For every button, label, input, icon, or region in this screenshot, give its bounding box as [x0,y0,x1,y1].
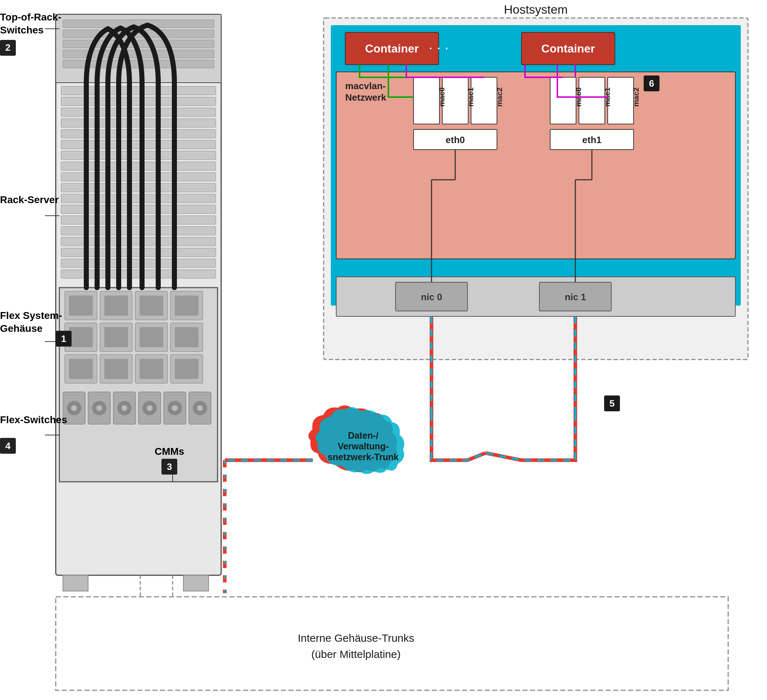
svg-rect-69 [183,575,208,591]
svg-rect-37 [170,355,203,383]
svg-rect-44 [140,327,163,347]
svg-rect-23 [61,259,216,267]
svg-text:mac2: mac2 [495,88,503,107]
svg-rect-32 [135,323,167,352]
svg-rect-29 [170,291,203,320]
svg-point-62 [71,405,77,411]
svg-rect-10 [61,119,216,127]
svg-text:Netzwerk: Netzwerk [345,92,387,103]
svg-point-60 [167,401,182,415]
svg-rect-15 [61,173,216,181]
svg-rect-31 [100,323,132,352]
svg-text:Daten-/: Daten-/ [348,430,379,441]
svg-point-61 [193,401,207,415]
svg-rect-25 [59,288,218,482]
svg-rect-38 [69,296,93,316]
svg-rect-16 [61,183,216,192]
svg-rect-40 [140,296,163,316]
svg-point-56 [67,401,81,415]
svg-rect-51 [88,392,110,424]
svg-point-65 [147,405,153,411]
svg-rect-103 [336,277,735,317]
svg-rect-45 [175,327,199,347]
svg-rect-11 [61,129,216,138]
badge-3: 3 [161,459,177,474]
svg-rect-9 [61,108,216,116]
svg-rect-28 [135,291,167,320]
svg-point-66 [172,405,178,411]
svg-rect-20 [61,226,216,235]
svg-point-67 [197,405,203,411]
flex-switches-label: Flex-Switches [0,414,67,426]
svg-rect-93 [550,77,576,124]
svg-rect-95 [608,77,633,124]
svg-rect-14 [61,162,216,170]
svg-text:macvlan-: macvlan- [345,81,386,91]
svg-rect-1 [56,14,221,83]
svg-text:Hostsystem: Hostsystem [504,3,568,16]
flex-chassis-label: Flex System- Gehäuse [0,309,62,336]
svg-rect-127 [56,597,728,690]
svg-rect-54 [164,392,186,424]
svg-rect-55 [189,392,211,424]
svg-rect-75 [324,18,748,360]
svg-rect-27 [100,291,132,320]
svg-rect-21 [61,237,216,246]
svg-rect-78 [521,32,615,65]
svg-rect-53 [138,392,161,424]
svg-rect-6 [63,60,214,68]
svg-text:Container: Container [541,42,595,55]
svg-rect-82 [336,72,735,259]
svg-text:nic 0: nic 0 [421,291,442,302]
svg-rect-17 [61,194,216,203]
svg-rect-86 [442,77,468,124]
svg-rect-26 [65,291,97,320]
svg-rect-87 [471,77,497,124]
svg-rect-8 [61,97,216,106]
svg-rect-2 [63,20,214,28]
svg-rect-13 [61,151,216,160]
svg-rect-18 [61,205,216,213]
svg-text:mac0: mac0 [574,88,582,107]
svg-point-63 [96,405,102,411]
svg-text:6: 6 [649,78,654,89]
svg-rect-7 [61,86,216,95]
svg-point-57 [92,401,107,415]
badge-2: 2 [0,40,16,56]
svg-rect-41 [175,296,199,316]
svg-rect-104 [396,282,468,311]
svg-point-58 [117,401,132,415]
svg-rect-52 [113,392,135,424]
svg-rect-77 [345,32,439,65]
svg-text:mac1: mac1 [603,88,611,107]
top-of-rack-label: Top-of-Rack- Switches 2 [0,11,62,56]
svg-text:eth0: eth0 [446,134,465,145]
svg-text:5: 5 [609,398,614,409]
svg-text:mac1: mac1 [466,88,475,107]
diagram-container: Container Container · · · macvlan- Netzw… [0,0,767,700]
svg-rect-101 [644,75,659,91]
svg-text:nic 1: nic 1 [565,291,586,302]
svg-rect-35 [100,355,132,383]
svg-text:· · ·: · · · [429,40,449,56]
svg-rect-47 [104,359,128,379]
svg-point-59 [142,401,157,415]
svg-rect-76 [331,25,741,305]
svg-rect-19 [61,216,216,224]
svg-text:Container: Container [365,42,419,55]
svg-rect-91 [414,129,497,150]
svg-rect-4 [63,40,214,48]
svg-rect-0 [56,14,221,575]
svg-text:eth1: eth1 [582,134,601,145]
svg-rect-46 [69,359,93,379]
svg-rect-68 [63,575,88,591]
cmms-label: CMMs 3 [154,446,184,474]
svg-rect-94 [579,77,605,124]
svg-rect-36 [135,355,167,383]
svg-rect-39 [104,296,128,316]
svg-rect-48 [140,359,163,379]
svg-rect-24 [61,270,216,278]
svg-text:Verwaltung-: Verwaltung- [337,441,389,451]
svg-rect-42 [69,327,93,347]
svg-rect-3 [63,30,214,38]
